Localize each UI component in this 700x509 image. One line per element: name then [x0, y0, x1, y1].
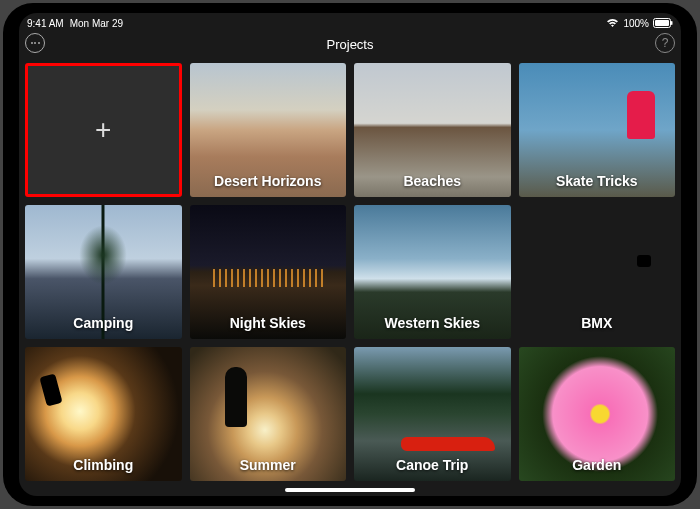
status-date: Mon Mar 29	[70, 18, 123, 29]
more-options-button[interactable]	[25, 33, 45, 53]
project-label: Desert Horizons	[214, 173, 321, 197]
project-bmx[interactable]: BMX	[519, 205, 676, 339]
project-label: Camping	[73, 315, 133, 339]
status-time: 9:41 AM	[27, 18, 64, 29]
project-label: Climbing	[73, 457, 133, 481]
battery-icon	[653, 18, 673, 28]
project-label: Canoe Trip	[396, 457, 468, 481]
battery-percent: 100%	[623, 18, 649, 29]
project-label: Summer	[240, 457, 296, 481]
project-skate-tricks[interactable]: Skate Tricks	[519, 63, 676, 197]
app-header: Projects ?	[19, 31, 681, 57]
page-title: Projects	[327, 37, 374, 52]
status-right: 100%	[606, 18, 673, 29]
status-bar: 9:41 AM Mon Mar 29 100%	[19, 13, 681, 31]
project-summer[interactable]: Summer	[190, 347, 347, 481]
project-canoe-trip[interactable]: Canoe Trip	[354, 347, 511, 481]
ipad-frame: 9:41 AM Mon Mar 29 100% Projects ?	[3, 3, 697, 506]
project-western-skies[interactable]: Western Skies	[354, 205, 511, 339]
project-camping[interactable]: Camping	[25, 205, 182, 339]
project-label: BMX	[581, 315, 612, 339]
help-button[interactable]: ?	[655, 33, 675, 53]
project-label: Night Skies	[230, 315, 306, 339]
new-project-button[interactable]: +	[25, 63, 182, 197]
project-label: Western Skies	[385, 315, 480, 339]
plus-icon: +	[95, 116, 111, 144]
home-indicator[interactable]	[285, 488, 415, 492]
project-beaches[interactable]: Beaches	[354, 63, 511, 197]
project-garden[interactable]: Garden	[519, 347, 676, 481]
projects-grid: + Desert Horizons Beaches Skate Tricks C…	[19, 57, 681, 487]
project-label: Skate Tricks	[556, 173, 638, 197]
svg-rect-1	[655, 20, 669, 26]
project-label: Beaches	[403, 173, 461, 197]
help-icon: ?	[662, 36, 669, 50]
project-label: Garden	[572, 457, 621, 481]
wifi-icon	[606, 18, 619, 28]
project-desert-horizons[interactable]: Desert Horizons	[190, 63, 347, 197]
project-climbing[interactable]: Climbing	[25, 347, 182, 481]
project-night-skies[interactable]: Night Skies	[190, 205, 347, 339]
svg-rect-2	[671, 21, 673, 25]
ellipsis-icon	[31, 42, 40, 44]
screen: 9:41 AM Mon Mar 29 100% Projects ?	[19, 13, 681, 496]
status-left: 9:41 AM Mon Mar 29	[27, 18, 123, 29]
